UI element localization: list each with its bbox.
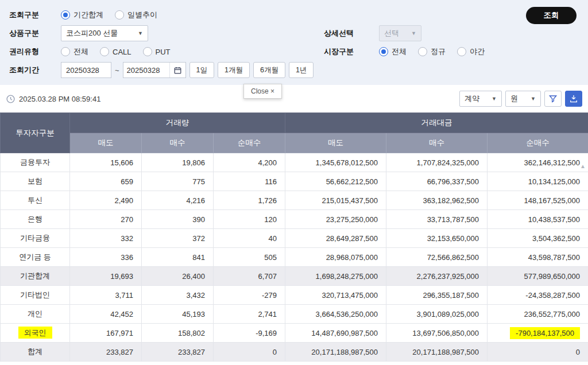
cell-value: 841 [192,253,205,262]
table-cell: 1,345,678,012,500 [285,153,386,172]
cell-value: 296,355,187,500 [423,291,479,300]
table-row[interactable]: 합계233,827233,827020,171,188,987,50020,17… [1,343,588,362]
date-from-input[interactable] [61,62,111,78]
table-row[interactable]: 기타금융3323724028,649,287,50032,153,650,000… [1,229,588,248]
radio-right-call[interactable]: CALL [100,47,131,56]
table-header: 투자자구분 거래량 거래대금 매도 매수 순매수 매도 매수 순매수 [1,113,588,153]
table-row[interactable]: 투신2,4904,2161,726215,015,437,500363,182,… [1,191,588,210]
cell-value: 13,697,506,850,000 [412,329,479,337]
chevron-down-icon: ▼ [531,96,536,102]
right-type-row: 권리유형 전체 CALL PUT 시장구분 전체 정규 야간 [9,42,579,61]
table-cell: 10,438,537,500 [488,210,588,229]
table-row[interactable]: 은행27039012023,275,250,00033,713,787,5001… [1,210,588,229]
cell-value: 0 [273,348,277,356]
product-select[interactable]: 코스피200 선물 ▼ [61,25,148,41]
cell-value: 1,726 [258,196,277,205]
download-button[interactable] [565,91,582,107]
market-label: 시장구분 [324,46,379,57]
investor-name: 기타금융 [20,234,50,242]
radio-label: CALL [113,48,131,56]
table-cell: 336 [70,248,142,267]
product-row: 상품구분 코스피200 선물 ▼ 상세선택 선택 ▼ [9,24,579,42]
table-cell: 577,989,650,000 [488,267,588,286]
cell-value: 233,827 [178,348,205,356]
download-icon [569,94,578,103]
cell-value: 215,015,437,500 [322,196,378,205]
radio-icon [143,47,152,56]
scroll-up-arrow[interactable]: ▲ [580,163,586,169]
cell-value: 14,487,690,987,500 [311,329,378,337]
table-cell: 362,146,312,500 [488,153,588,172]
query-type-row: 조회구분 기간합계 일별추이 [9,6,579,24]
table-cell: -24,358,287,500 [488,286,588,305]
table-row[interactable]: 연기금 등33684150528,968,075,00072,566,862,5… [1,248,588,267]
table-cell: 233,827 [70,343,142,362]
period-6month-button[interactable]: 6개월 [253,62,285,78]
cell-value: 19,693 [110,272,133,281]
table-cell: 1,726 [214,191,285,210]
table-row[interactable]: 기타법인3,7113,432-279320,713,475,000296,355… [1,286,588,305]
detail-select-value: 선택 [384,28,399,38]
close-tooltip[interactable]: Close × [243,84,282,99]
unit-contract-select[interactable]: 계약 ▼ [459,91,502,107]
date-to-wrap [123,62,186,78]
table-row[interactable]: 보험65977511656,662,212,50066,796,337,5001… [1,172,588,191]
unit-currency-select[interactable]: 원 ▼ [505,91,541,107]
period-1month-button[interactable]: 1개월 [218,62,250,78]
cell-value: 2,741 [258,310,277,319]
table-cell: 1,707,824,325,000 [386,153,488,172]
table-cell: 0 [214,343,285,362]
calendar-button[interactable] [169,63,185,77]
detail-select-group: 상세선택 선택 ▼ [324,24,421,42]
cell-value: 158,802 [178,329,205,337]
table-row[interactable]: 금융투자15,60619,8064,2001,345,678,012,5001,… [1,153,588,172]
date-to-input[interactable] [123,63,169,77]
cell-value: 32,153,650,000 [427,234,479,243]
investor-cell: 합계 [1,343,70,362]
table-cell: 14,487,690,987,500 [285,324,386,343]
radio-period-total[interactable]: 기간합계 [61,10,103,20]
product-select-value: 코스피200 선물 [66,28,118,38]
detail-select[interactable]: 선택 ▼ [379,25,421,41]
table-cell: 23,275,250,000 [285,210,386,229]
investor-name: 기관합계 [20,271,50,280]
table-cell: 372 [142,229,214,248]
investor-name: 기타법인 [20,290,50,299]
search-button[interactable]: 조회 [526,7,577,24]
table-cell: 2,741 [214,305,285,324]
table-row[interactable]: 외국인167,971158,802-9,16914,487,690,987,50… [1,324,588,343]
radio-market-all[interactable]: 전체 [379,46,407,57]
table-cell: 3,504,362,500 [488,229,588,248]
period-1day-button[interactable]: 1일 [189,62,214,78]
filter-button[interactable] [544,91,562,107]
table-row[interactable]: 기관합계19,69326,4006,7071,698,248,275,0002,… [1,267,588,286]
table-row[interactable]: 개인42,45245,1932,7413,664,536,250,0003,90… [1,305,588,324]
detail-select-label: 상세선택 [324,28,379,38]
investor-cell: 개인 [1,305,70,324]
table-cell: 20,171,188,987,500 [386,343,488,362]
cell-value: 1,698,248,275,000 [316,272,378,281]
table-cell: 363,182,962,500 [386,191,488,210]
cell-value: 233,827 [106,348,133,356]
table-cell: 332 [70,229,142,248]
radio-daily-trend[interactable]: 일별추이 [115,10,157,20]
period-1year-button[interactable]: 1년 [289,62,314,78]
table-cell: -790,184,137,500 [488,324,588,343]
table-cell: 13,697,506,850,000 [386,324,488,343]
radio-right-put[interactable]: PUT [143,47,171,56]
col-header-sell-amount: 매도 [285,133,386,153]
table-cell: 56,662,212,500 [285,172,386,191]
radio-market-regular[interactable]: 정규 [418,46,446,57]
radio-market-night[interactable]: 야간 [457,46,485,57]
cell-value: 2,276,237,925,000 [417,272,479,281]
cell-value: 148,167,525,000 [524,196,580,205]
table-cell: 233,827 [142,343,214,362]
data-timestamp: 2025.03.28 PM 08:59:41 [19,95,100,103]
toolbar: 2025.03.28 PM 08:59:41 계약 ▼ 원 ▼ [0,85,588,112]
period-row: 조회기간 ~ 1일 1개월 6개월 1년 [9,61,579,79]
radio-right-all[interactable]: 전체 [61,46,88,57]
cell-value: -24,358,287,500 [525,291,580,300]
cell-value: 3,664,536,250,000 [316,310,378,319]
table-cell: 215,015,437,500 [285,191,386,210]
investor-name: 개인 [28,309,42,318]
